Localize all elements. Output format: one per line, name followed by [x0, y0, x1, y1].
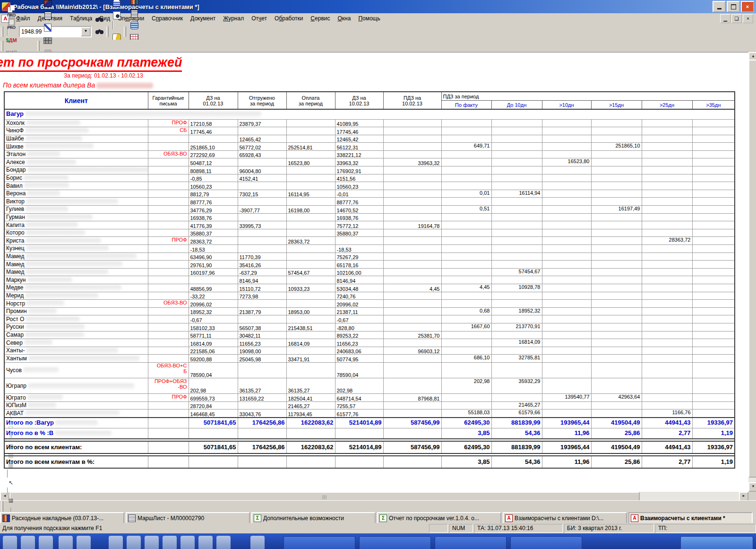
- value-cell[interactable]: [591, 198, 642, 206]
- value-cell[interactable]: 33963,32: [335, 158, 383, 166]
- value-cell[interactable]: 29761,90: [189, 261, 238, 269]
- value-cell[interactable]: 8146,94: [335, 276, 383, 284]
- value-cell[interactable]: [441, 135, 491, 143]
- value-cell[interactable]: 202,98: [441, 378, 491, 394]
- taskbar-icon-0[interactable]: [3, 536, 17, 549]
- value-cell[interactable]: [238, 237, 286, 245]
- value-cell[interactable]: 16114,94: [491, 190, 542, 198]
- value-cell[interactable]: [591, 174, 642, 182]
- value-cell[interactable]: [692, 190, 735, 198]
- value-cell[interactable]: [491, 158, 542, 166]
- value-cell[interactable]: [441, 401, 491, 410]
- value-cell[interactable]: [591, 253, 642, 261]
- value-cell[interactable]: 10933,23: [286, 284, 335, 292]
- value-cell[interactable]: [383, 237, 441, 245]
- eraser-book-icon[interactable]: [42, 0, 54, 9]
- value-cell[interactable]: [286, 331, 335, 339]
- value-cell[interactable]: 176902,91: [335, 166, 383, 174]
- value-cell[interactable]: 251865,10: [591, 143, 642, 151]
- value-cell[interactable]: [441, 292, 491, 300]
- value-cell[interactable]: 17210,58: [189, 119, 238, 127]
- value-cell[interactable]: 1667,60: [441, 323, 491, 331]
- value-cell[interactable]: 146468,45: [189, 410, 238, 418]
- value-cell[interactable]: [441, 213, 491, 221]
- value-cell[interactable]: [441, 347, 491, 355]
- value-cell[interactable]: 0,01: [441, 190, 491, 198]
- pko-icon[interactable]: ПКО: [5, 9, 17, 21]
- menu-12[interactable]: Помощь: [354, 14, 384, 23]
- value-cell[interactable]: [383, 401, 441, 410]
- value-cell[interactable]: 215438,51: [286, 323, 335, 331]
- value-cell[interactable]: [238, 229, 286, 237]
- guarantee-cell[interactable]: ПРОФ: [148, 394, 189, 402]
- value-cell[interactable]: [286, 245, 335, 253]
- value-cell[interactable]: 56507,38: [238, 323, 286, 331]
- value-cell[interactable]: 57454,67: [491, 268, 542, 276]
- value-cell[interactable]: [491, 127, 542, 135]
- value-cell[interactable]: [591, 135, 642, 143]
- value-cell[interactable]: [542, 378, 591, 394]
- value-cell[interactable]: [383, 307, 441, 315]
- value-cell[interactable]: 202,98: [335, 378, 383, 394]
- value-cell[interactable]: 78590,04: [189, 362, 238, 378]
- value-cell[interactable]: [591, 347, 642, 355]
- value-cell[interactable]: [491, 221, 542, 229]
- horizontal-scrollbar[interactable]: ◄ ||| ►: [0, 492, 748, 500]
- value-cell[interactable]: [441, 150, 491, 158]
- value-cell[interactable]: [441, 198, 491, 206]
- taskbar-window-2[interactable]: [435, 536, 507, 549]
- value-cell[interactable]: 18952,32: [189, 307, 238, 315]
- value-cell[interactable]: 21387,79: [238, 307, 286, 315]
- value-cell[interactable]: [692, 339, 735, 347]
- value-cell[interactable]: [692, 355, 735, 363]
- value-cell[interactable]: 16814,09: [491, 339, 542, 347]
- value-cell[interactable]: [591, 119, 642, 127]
- value-cell[interactable]: 57454,67: [286, 268, 335, 276]
- value-cell[interactable]: [642, 182, 692, 190]
- value-cell[interactable]: [491, 315, 542, 323]
- value-cell[interactable]: [591, 331, 642, 339]
- guarantee-cell[interactable]: [148, 410, 189, 418]
- value-cell[interactable]: 10928,78: [491, 284, 542, 292]
- value-cell[interactable]: [642, 315, 692, 323]
- value-cell[interactable]: 35932,29: [491, 378, 542, 394]
- value-cell[interactable]: 78590,04: [335, 362, 383, 378]
- value-cell[interactable]: [542, 174, 591, 182]
- value-cell[interactable]: [692, 174, 735, 182]
- value-cell[interactable]: [642, 401, 692, 410]
- guarantee-cell[interactable]: [148, 245, 189, 253]
- value-cell[interactable]: 213770,91: [491, 323, 542, 331]
- value-cell[interactable]: 61579,66: [491, 410, 542, 418]
- value-cell[interactable]: 96004,80: [238, 166, 286, 174]
- value-cell[interactable]: [286, 182, 335, 190]
- value-cell[interactable]: 58771,11: [189, 331, 238, 339]
- value-cell[interactable]: 18952,32: [491, 307, 542, 315]
- value-cell[interactable]: [591, 268, 642, 276]
- value-cell[interactable]: [591, 245, 642, 253]
- menu-8[interactable]: Отчет: [248, 14, 271, 23]
- value-cell[interactable]: [642, 135, 692, 143]
- value-cell[interactable]: [642, 198, 692, 206]
- value-cell[interactable]: [642, 174, 692, 182]
- taskbar-window-0[interactable]: [284, 536, 355, 549]
- value-cell[interactable]: 28363,72: [286, 237, 335, 245]
- value-cell[interactable]: 16114,95: [286, 190, 335, 198]
- value-cell[interactable]: 16938,76: [189, 213, 238, 221]
- value-cell[interactable]: 88777,76: [335, 198, 383, 206]
- guarantee-cell[interactable]: [148, 401, 189, 410]
- guarantee-cell[interactable]: [148, 229, 189, 237]
- value-cell[interactable]: 21465,27: [491, 401, 542, 410]
- value-cell[interactable]: 21465,27: [286, 401, 335, 410]
- value-cell[interactable]: [692, 245, 735, 253]
- client-cell[interactable]: Самар: [4, 331, 148, 339]
- client-cell[interactable]: Ханты-: [4, 347, 148, 355]
- currency-icon[interactable]: $ДМ: [5, 34, 17, 46]
- guarantee-cell[interactable]: [148, 213, 189, 221]
- value-cell[interactable]: 56772,02: [238, 143, 286, 151]
- client-cell[interactable]: Эталон: [4, 150, 148, 158]
- value-cell[interactable]: [441, 237, 491, 245]
- value-cell[interactable]: [692, 401, 735, 410]
- value-cell[interactable]: [542, 261, 591, 269]
- table-calc-icon[interactable]: [111, 0, 123, 9]
- guarantee-cell[interactable]: [148, 166, 189, 174]
